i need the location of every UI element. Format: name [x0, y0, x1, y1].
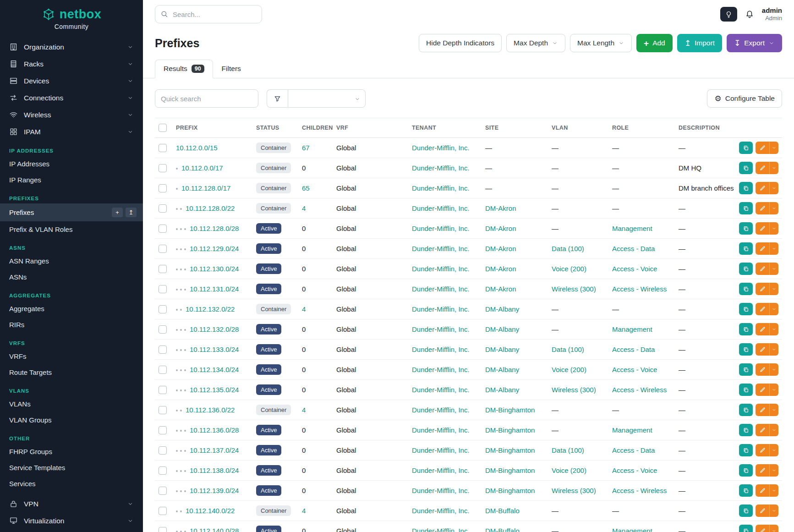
sidebar-item-asns[interactable]: ASNs: [0, 269, 143, 285]
sidebar-group-racks[interactable]: Racks: [0, 55, 143, 72]
prefix-link[interactable]: 10.112.132.0/28: [190, 325, 239, 333]
site-link[interactable]: DM-Albany: [485, 325, 519, 333]
vlan-link[interactable]: Data (100): [552, 346, 584, 353]
edit-button[interactable]: [756, 505, 769, 517]
sidebar-group-devices[interactable]: Devices: [0, 72, 143, 89]
sidebar-item-services[interactable]: Services: [0, 476, 143, 492]
prefix-link[interactable]: 10.112.137.0/24: [190, 446, 239, 454]
vlan-link[interactable]: Wireless (300): [552, 386, 596, 394]
max-depth-dropdown[interactable]: Max Depth: [506, 34, 565, 52]
edit-dropdown-button[interactable]: [769, 202, 778, 214]
max-length-dropdown[interactable]: Max Length: [570, 34, 632, 52]
copy-button[interactable]: [739, 404, 753, 416]
sidebar-item-vrfs[interactable]: VRFs: [0, 348, 143, 364]
edit-dropdown-button[interactable]: [769, 525, 778, 532]
role-link[interactable]: Access - Voice: [612, 265, 657, 273]
quick-import-button[interactable]: ↥: [126, 208, 137, 217]
site-link[interactable]: DM-Albany: [485, 366, 519, 373]
edit-button[interactable]: [756, 484, 769, 497]
edit-dropdown-button[interactable]: [769, 323, 778, 335]
site-link[interactable]: DM-Akron: [485, 225, 516, 232]
edit-button[interactable]: [756, 424, 769, 436]
role-link[interactable]: Access - Voice: [612, 466, 657, 474]
vlan-link[interactable]: Wireless (300): [552, 285, 596, 293]
prefix-link[interactable]: 10.112.128.0/17: [181, 184, 230, 192]
tab-filters[interactable]: Filters: [213, 60, 250, 78]
edit-button[interactable]: [756, 263, 769, 275]
column-header-site[interactable]: SITE: [482, 118, 548, 138]
sidebar-item-vlans[interactable]: VLANs: [0, 396, 143, 412]
edit-dropdown-button[interactable]: [769, 484, 778, 497]
column-header-status[interactable]: STATUS: [252, 118, 298, 138]
row-checkbox[interactable]: [159, 366, 167, 374]
site-link[interactable]: DM-Akron: [485, 245, 516, 252]
tenant-link[interactable]: Dunder-Mifflin, Inc.: [412, 285, 470, 293]
row-checkbox[interactable]: [159, 204, 167, 213]
sidebar-item-rirs[interactable]: RIRs: [0, 317, 143, 333]
tenant-link[interactable]: Dunder-Mifflin, Inc.: [412, 487, 470, 494]
row-checkbox[interactable]: [159, 346, 167, 354]
sidebar-item-service-templates[interactable]: Service Templates: [0, 460, 143, 476]
row-checkbox[interactable]: [159, 164, 167, 172]
copy-button[interactable]: [739, 343, 753, 356]
sidebar-group-wireless[interactable]: Wireless: [0, 106, 143, 123]
tenant-link[interactable]: Dunder-Mifflin, Inc.: [412, 325, 470, 333]
role-link[interactable]: Access - Voice: [612, 366, 657, 373]
filter-select[interactable]: [288, 89, 366, 108]
row-checkbox[interactable]: [159, 285, 167, 293]
sidebar-item-ip-ranges[interactable]: IP Ranges: [0, 172, 143, 188]
edit-button[interactable]: [756, 283, 769, 295]
prefix-link[interactable]: 10.112.136.0/28: [190, 426, 239, 434]
copy-button[interactable]: [739, 484, 753, 497]
row-checkbox[interactable]: [159, 245, 167, 253]
copy-button[interactable]: [739, 162, 753, 174]
site-link[interactable]: DM-Albany: [485, 305, 519, 313]
edit-button[interactable]: [756, 525, 769, 532]
prefix-link[interactable]: 10.112.135.0/24: [190, 386, 239, 394]
site-link[interactable]: DM-Albany: [485, 386, 519, 394]
row-checkbox[interactable]: [159, 305, 167, 313]
tenant-link[interactable]: Dunder-Mifflin, Inc.: [412, 265, 470, 273]
sidebar-group-virtualization[interactable]: Virtualization: [0, 512, 143, 529]
copy-button[interactable]: [739, 242, 753, 255]
site-link[interactable]: DM-Akron: [485, 265, 516, 273]
copy-button[interactable]: [739, 323, 753, 335]
user-menu[interactable]: admin Admin: [762, 6, 782, 22]
edit-dropdown-button[interactable]: [769, 162, 778, 174]
prefix-link[interactable]: 10.112.132.0/22: [186, 305, 235, 313]
role-link[interactable]: Management: [612, 225, 652, 232]
copy-button[interactable]: [739, 283, 753, 295]
edit-dropdown-button[interactable]: [769, 363, 778, 376]
sidebar-item-aggregates[interactable]: Aggregates: [0, 301, 143, 317]
row-checkbox[interactable]: [159, 487, 167, 495]
site-link[interactable]: DM-Akron: [485, 285, 516, 293]
tenant-link[interactable]: Dunder-Mifflin, Inc.: [412, 507, 470, 515]
role-link[interactable]: Access - Wireless: [612, 285, 667, 293]
tenant-link[interactable]: Dunder-Mifflin, Inc.: [412, 245, 470, 252]
role-link[interactable]: Access - Wireless: [612, 386, 667, 394]
copy-button[interactable]: [739, 384, 753, 396]
copy-button[interactable]: [739, 222, 753, 235]
row-checkbox[interactable]: [159, 144, 167, 152]
site-link[interactable]: DM-Binghamton: [485, 426, 535, 434]
tenant-link[interactable]: Dunder-Mifflin, Inc.: [412, 386, 470, 394]
site-link[interactable]: DM-Buffalo: [485, 507, 520, 515]
edit-button[interactable]: [756, 363, 769, 376]
tenant-link[interactable]: Dunder-Mifflin, Inc.: [412, 346, 470, 353]
edit-dropdown-button[interactable]: [769, 444, 778, 456]
edit-dropdown-button[interactable]: [769, 424, 778, 436]
row-checkbox[interactable]: [159, 527, 167, 532]
tenant-link[interactable]: Dunder-Mifflin, Inc.: [412, 225, 470, 232]
filter-button[interactable]: [267, 89, 288, 108]
column-header-role[interactable]: ROLE: [608, 118, 675, 138]
sidebar-item-fhrp-groups[interactable]: FHRP Groups: [0, 444, 143, 460]
role-link[interactable]: Access - Wireless: [612, 487, 667, 494]
prefix-link[interactable]: 10.112.0.0/17: [181, 164, 223, 172]
copy-button[interactable]: [739, 263, 753, 275]
copy-button[interactable]: [739, 525, 753, 532]
row-checkbox[interactable]: [159, 426, 167, 434]
prefix-link[interactable]: 10.112.139.0/24: [190, 487, 239, 494]
edit-button[interactable]: [756, 323, 769, 335]
copy-button[interactable]: [739, 505, 753, 517]
prefix-link[interactable]: 10.112.129.0/24: [190, 245, 239, 252]
